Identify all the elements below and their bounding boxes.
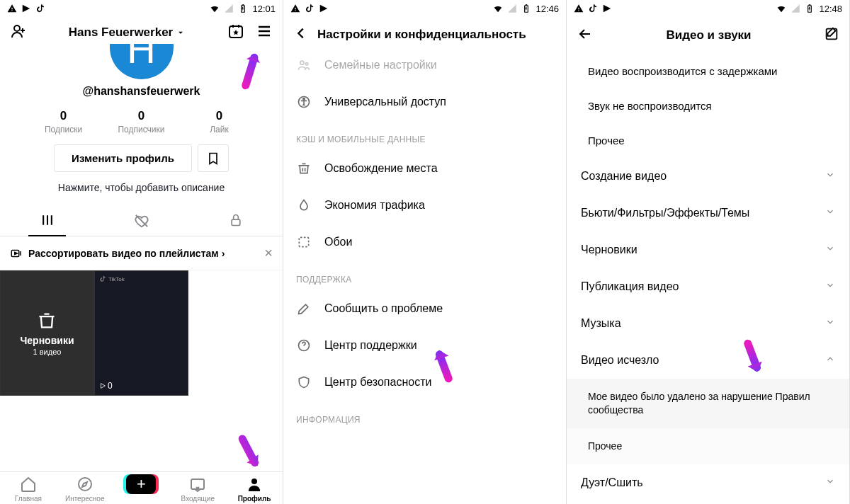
wifi-icon bbox=[493, 4, 503, 13]
chevron-down-icon bbox=[825, 280, 835, 293]
tiktok-icon bbox=[305, 4, 314, 13]
settings-item-family[interactable]: Семейные настройки bbox=[283, 47, 566, 84]
settings-title: Настройки и конфиденциальность bbox=[317, 28, 556, 42]
settings-item-data-saver[interactable]: Экономия трафика bbox=[283, 187, 566, 224]
stat-followers[interactable]: 0 Подписчики bbox=[113, 109, 170, 134]
svg-point-10 bbox=[306, 63, 308, 65]
back-button[interactable] bbox=[577, 25, 594, 45]
wifi-icon bbox=[776, 4, 786, 13]
tab-grid[interactable] bbox=[0, 206, 94, 236]
video-thumbnail[interactable]: TikTok 0 bbox=[94, 270, 188, 396]
help-item-publish[interactable]: Публикация видео bbox=[567, 268, 849, 305]
svg-point-9 bbox=[300, 61, 304, 64]
settings-item-wallpaper[interactable]: Обои bbox=[283, 224, 566, 260]
status-time: 12:48 bbox=[819, 4, 842, 14]
settings-item-accessibility[interactable]: Универсальный доступ bbox=[283, 84, 566, 120]
hamburger-menu-icon[interactable] bbox=[256, 23, 273, 42]
signal-icon bbox=[790, 4, 800, 13]
user-handle: @hanshansfeuerwerk bbox=[83, 85, 200, 98]
chevron-down-icon bbox=[825, 317, 835, 330]
settings-item-free-space[interactable]: Освобождение места bbox=[283, 150, 566, 187]
battery-icon bbox=[521, 4, 531, 13]
settings-item-report[interactable]: Сообщить о проблеме bbox=[283, 290, 566, 327]
bottom-nav: Главная Интересное + Входящие Профиль bbox=[0, 471, 283, 504]
stats-row: 0 Подписки 0 Подписчики 0 Лайк bbox=[0, 109, 283, 134]
signal-icon bbox=[224, 4, 234, 13]
help-item-music[interactable]: Музыка bbox=[567, 305, 849, 342]
screen-help: 12:48 Видео и звуки Видео воспроизводитс… bbox=[567, 0, 850, 504]
warning-icon bbox=[290, 4, 300, 13]
help-item-create[interactable]: Создание видео bbox=[567, 158, 849, 195]
help-item-disappeared[interactable]: Видео исчезло bbox=[567, 342, 849, 379]
nav-create[interactable]: + bbox=[113, 475, 170, 503]
tiktok-icon bbox=[35, 4, 45, 13]
settings-item-help-center[interactable]: Центр поддержки bbox=[283, 327, 566, 364]
edit-profile-button[interactable]: Изменить профиль bbox=[54, 144, 192, 172]
warning-icon bbox=[574, 4, 584, 13]
svg-rect-3 bbox=[232, 219, 240, 225]
help-title: Видео и звуки bbox=[602, 28, 815, 42]
bio-hint[interactable]: Нажмите, чтобы добавить описание bbox=[0, 182, 283, 193]
screen-settings: 12:46 Настройки и конфиденциальность Сем… bbox=[283, 0, 567, 504]
play-store-icon bbox=[21, 4, 31, 13]
status-time: 12:46 bbox=[536, 4, 559, 14]
battery-icon bbox=[805, 4, 815, 13]
svg-point-1 bbox=[14, 25, 20, 31]
help-sub-other2[interactable]: Прочее bbox=[567, 428, 849, 464]
chevron-down-icon bbox=[825, 244, 835, 256]
tiktok-icon bbox=[588, 4, 598, 13]
help-sub-audio[interactable]: Звук не воспроизводится bbox=[567, 88, 849, 123]
close-playlist-hint-icon[interactable]: × bbox=[264, 245, 273, 261]
profile-tabs bbox=[0, 206, 283, 236]
nav-discover[interactable]: Интересное bbox=[57, 475, 113, 503]
help-item-drafts[interactable]: Черновики bbox=[567, 231, 849, 268]
status-time: 12:01 bbox=[252, 4, 276, 14]
nav-home[interactable]: Главная bbox=[0, 475, 57, 503]
section-info: ИНФОРМАЦИЯ bbox=[283, 401, 566, 430]
status-bar: 12:46 bbox=[283, 0, 566, 17]
play-store-icon bbox=[602, 4, 612, 13]
chevron-down-icon bbox=[825, 207, 835, 219]
play-store-icon bbox=[319, 4, 329, 13]
nav-profile[interactable]: Профиль bbox=[226, 475, 283, 503]
empty-cell bbox=[188, 270, 283, 396]
help-sub-delay[interactable]: Видео воспроизводится с задержками bbox=[567, 54, 849, 88]
chevron-down-icon bbox=[825, 170, 835, 183]
signal-icon bbox=[507, 4, 517, 13]
screen-profile: 12:01 Hans Feuerwerker H @hanshansfeuerw… bbox=[0, 0, 283, 504]
help-sub-removed[interactable]: Мое видео было удалено за нарушение Прав… bbox=[567, 379, 849, 428]
svg-point-7 bbox=[251, 479, 257, 484]
battery-icon bbox=[238, 4, 248, 13]
help-item-duet[interactable]: Дуэт/Сшить bbox=[567, 464, 849, 501]
tab-liked[interactable] bbox=[94, 206, 188, 236]
avatar[interactable]: H bbox=[110, 44, 174, 79]
section-support: ПОДДЕРЖКА bbox=[283, 260, 566, 290]
stat-likes[interactable]: 0 Лайк bbox=[191, 109, 248, 134]
warning-icon bbox=[7, 4, 17, 13]
section-cache: КЭШ И МОБИЛЬНЫЕ ДАННЫЕ bbox=[283, 120, 566, 150]
stat-following[interactable]: 0 Подписки bbox=[35, 109, 92, 134]
play-count: 0 bbox=[99, 381, 113, 391]
chevron-up-icon bbox=[825, 354, 835, 367]
help-header: Видео и звуки bbox=[567, 17, 849, 54]
wifi-icon bbox=[210, 4, 220, 13]
drafts-cell[interactable]: Черновики 1 видео bbox=[0, 270, 94, 396]
status-bar: 12:48 bbox=[567, 0, 849, 17]
svg-point-5 bbox=[79, 478, 91, 491]
settings-item-safety-center[interactable]: Центр безопасности bbox=[283, 364, 566, 401]
video-grid: Черновики 1 видео TikTok 0 bbox=[0, 270, 283, 396]
nav-inbox[interactable]: Входящие bbox=[169, 475, 226, 503]
help-sub-other[interactable]: Прочее bbox=[567, 123, 849, 158]
chevron-down-icon bbox=[825, 476, 835, 489]
svg-rect-13 bbox=[299, 237, 308, 246]
status-bar: 12:01 bbox=[0, 0, 283, 17]
playlist-hint-bar[interactable]: Рассортировать видео по плейлистам › × bbox=[0, 236, 283, 270]
svg-point-12 bbox=[303, 98, 305, 101]
bookmark-button[interactable] bbox=[198, 144, 229, 172]
calendar-icon[interactable] bbox=[227, 23, 244, 42]
add-friend-button[interactable] bbox=[10, 23, 27, 42]
tab-private[interactable] bbox=[188, 206, 283, 236]
back-button[interactable] bbox=[293, 25, 309, 44]
help-item-beauty[interactable]: Бьюти/Фильтры/Эффекты/Темы bbox=[567, 195, 849, 231]
compose-icon[interactable] bbox=[824, 26, 839, 45]
